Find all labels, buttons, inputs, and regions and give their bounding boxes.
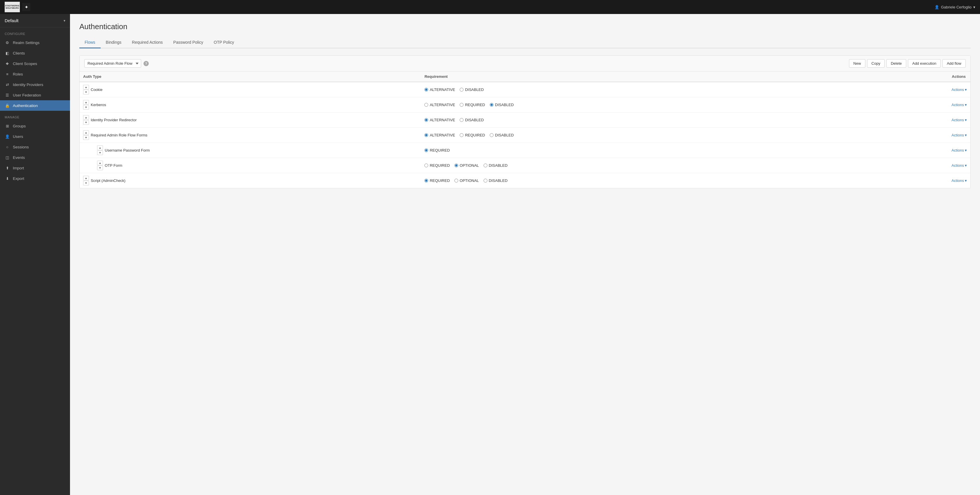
- radio-label: ALTERNATIVE: [430, 133, 455, 137]
- radio-input[interactable]: [484, 163, 487, 167]
- radio-option[interactable]: REQUIRED: [425, 163, 450, 168]
- sort-up-button[interactable]: ▲: [83, 85, 89, 89]
- radio-option[interactable]: DISABLED: [490, 133, 514, 137]
- radio-option[interactable]: DISABLED: [484, 163, 508, 168]
- user-menu[interactable]: 👤 Gabriele Cerfoglio ▾: [934, 5, 975, 10]
- tab-password-policy[interactable]: Password Policy: [168, 37, 208, 48]
- delete-button[interactable]: Delete: [886, 59, 906, 68]
- radio-input[interactable]: [460, 133, 463, 137]
- radio-option[interactable]: DISABLED: [490, 103, 514, 107]
- sidebar-item-realm-settings[interactable]: ⚙ Realm Settings: [0, 37, 70, 48]
- radio-input[interactable]: [454, 179, 458, 182]
- radio-input[interactable]: [425, 133, 428, 137]
- radio-option[interactable]: ALTERNATIVE: [425, 103, 455, 107]
- actions-link[interactable]: Actions ▾: [951, 163, 967, 168]
- sort-down-button[interactable]: ▼: [97, 166, 103, 170]
- radio-option[interactable]: REQUIRED: [460, 133, 485, 137]
- actions-link[interactable]: Actions ▾: [951, 103, 967, 107]
- radio-option[interactable]: REQUIRED: [460, 103, 485, 107]
- radio-option[interactable]: REQUIRED: [425, 178, 450, 183]
- radio-option[interactable]: ALTERNATIVE: [425, 87, 455, 92]
- sort-up-button[interactable]: ▲: [83, 130, 89, 135]
- logo-icon: ✦: [22, 3, 30, 11]
- radio-input[interactable]: [425, 103, 428, 107]
- sort-down-button[interactable]: ▼: [97, 151, 103, 155]
- sidebar-item-sessions[interactable]: ○ Sessions: [0, 142, 70, 152]
- actions-link[interactable]: Actions ▾: [951, 178, 967, 183]
- radio-option[interactable]: ALTERNATIVE: [425, 133, 455, 137]
- radio-input[interactable]: [425, 148, 428, 152]
- sidebar-item-label: Users: [13, 134, 23, 139]
- sidebar-item-events[interactable]: ◫ Events: [0, 152, 70, 163]
- actions-link[interactable]: Actions ▾: [951, 133, 967, 137]
- radio-input[interactable]: [484, 179, 487, 182]
- auth-type-cell: ▲▼Kerberos: [80, 97, 421, 113]
- sidebar-item-user-federation[interactable]: ☰ User Federation: [0, 90, 70, 100]
- radio-label: REQUIRED: [465, 103, 485, 107]
- flow-name: Required Admin Role Flow Forms: [91, 133, 147, 137]
- sort-up-button[interactable]: ▲: [83, 100, 89, 105]
- sidebar-item-authentication[interactable]: 🔒 Authentication: [0, 100, 70, 111]
- sidebar-item-client-scopes[interactable]: ❖ Client Scopes: [0, 58, 70, 69]
- auth-type-cell: ▲▼Script (AdminCheck): [80, 173, 421, 188]
- sidebar-item-label: Import: [13, 166, 24, 170]
- sort-up-button[interactable]: ▲: [83, 176, 89, 181]
- sidebar-item-label: User Federation: [13, 93, 41, 97]
- radio-option[interactable]: DISABLED: [484, 178, 508, 183]
- sidebar-item-import[interactable]: ⬆ Import: [0, 163, 70, 173]
- flow-select[interactable]: Required Admin Role Flow: [84, 59, 141, 68]
- tab-otp-policy[interactable]: OTP Policy: [208, 37, 239, 48]
- actions-caret-icon: ▾: [965, 87, 967, 92]
- sidebar-item-users[interactable]: 👤 Users: [0, 131, 70, 142]
- sort-down-button[interactable]: ▼: [83, 105, 89, 109]
- users-icon: 👤: [5, 134, 10, 139]
- actions-link[interactable]: Actions ▾: [951, 87, 967, 92]
- radio-label: DISABLED: [495, 103, 514, 107]
- sidebar-item-identity-providers[interactable]: ⇄ Identity Providers: [0, 79, 70, 90]
- actions-cell: Actions ▾: [867, 158, 970, 173]
- radio-input[interactable]: [460, 88, 463, 92]
- sort-down-button[interactable]: ▼: [83, 120, 89, 125]
- radio-input[interactable]: [425, 179, 428, 182]
- radio-input[interactable]: [490, 103, 493, 107]
- tab-flows[interactable]: Flows: [80, 37, 100, 48]
- radio-label: OPTIONAL: [460, 163, 479, 168]
- sort-down-button[interactable]: ▼: [83, 181, 89, 186]
- help-icon[interactable]: ?: [143, 61, 149, 66]
- radio-input[interactable]: [460, 103, 463, 107]
- sidebar-item-clients[interactable]: ◧ Clients: [0, 48, 70, 58]
- radio-option[interactable]: OPTIONAL: [454, 178, 479, 183]
- sidebar-item-groups[interactable]: ⊞ Groups: [0, 121, 70, 131]
- radio-label: DISABLED: [465, 87, 484, 92]
- radio-option[interactable]: OPTIONAL: [454, 163, 479, 168]
- realm-selector[interactable]: Default ▾: [0, 14, 70, 27]
- requirement-cell: ALTERNATIVEDISABLED: [421, 82, 867, 97]
- tab-required-actions[interactable]: Required Actions: [127, 37, 168, 48]
- add-flow-button[interactable]: Add flow: [942, 59, 966, 68]
- radio-input[interactable]: [425, 163, 428, 167]
- actions-link[interactable]: Actions ▾: [951, 148, 967, 152]
- sort-up-button[interactable]: ▲: [97, 160, 103, 165]
- tab-bindings[interactable]: Bindings: [100, 37, 127, 48]
- radio-input[interactable]: [425, 88, 428, 92]
- new-button[interactable]: New: [849, 59, 865, 68]
- sort-up-button[interactable]: ▲: [97, 146, 103, 150]
- sort-down-button[interactable]: ▼: [83, 135, 89, 140]
- add-execution-button[interactable]: Add execution: [908, 59, 940, 68]
- actions-link[interactable]: Actions ▾: [951, 118, 967, 122]
- radio-option[interactable]: REQUIRED: [425, 148, 450, 152]
- radio-option[interactable]: DISABLED: [460, 118, 484, 122]
- radio-input[interactable]: [454, 163, 458, 167]
- sort-down-button[interactable]: ▼: [83, 90, 89, 94]
- sidebar-item-roles[interactable]: ≡ Roles: [0, 69, 70, 79]
- radio-input[interactable]: [425, 118, 428, 122]
- copy-button[interactable]: Copy: [867, 59, 885, 68]
- sort-up-button[interactable]: ▲: [83, 115, 89, 120]
- sidebar-item-export[interactable]: ⬇ Export: [0, 173, 70, 184]
- radio-option[interactable]: DISABLED: [460, 87, 484, 92]
- requirement-cell: REQUIREDOPTIONALDISABLED: [421, 173, 867, 188]
- radio-option[interactable]: ALTERNATIVE: [425, 118, 455, 122]
- table-header-row: Auth Type Requirement Actions: [80, 71, 970, 82]
- radio-input[interactable]: [490, 133, 493, 137]
- radio-input[interactable]: [460, 118, 463, 122]
